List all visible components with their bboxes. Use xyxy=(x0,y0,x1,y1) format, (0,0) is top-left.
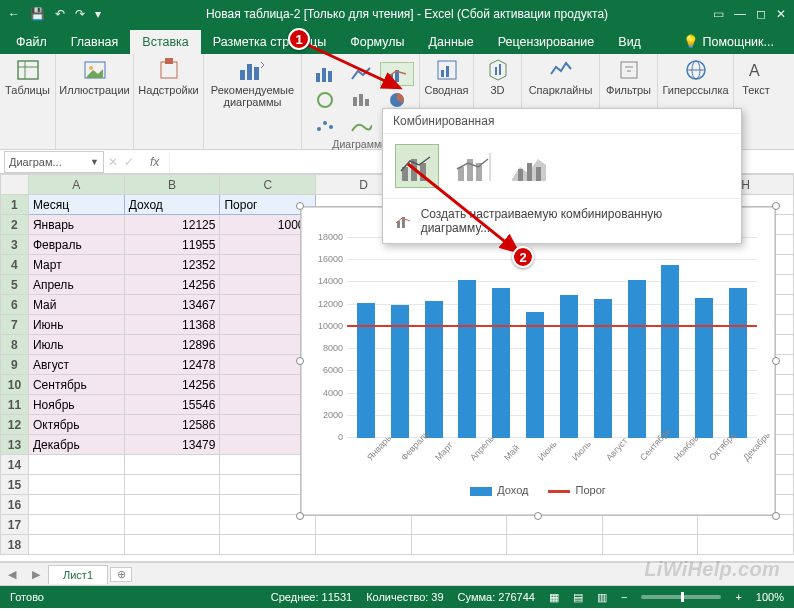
chart-bar[interactable] xyxy=(560,295,578,438)
sheet-tab[interactable]: Лист1 xyxy=(48,565,108,584)
tables-button[interactable]: Таблицы xyxy=(5,58,50,96)
svg-rect-43 xyxy=(518,169,523,181)
cell: 11955 xyxy=(124,235,220,255)
view-normal-icon[interactable]: ▦ xyxy=(549,591,559,604)
svg-rect-11 xyxy=(322,68,326,82)
combo-option-1[interactable] xyxy=(395,144,439,188)
sheet-nav-next[interactable]: ▶ xyxy=(24,568,48,581)
svg-rect-45 xyxy=(536,167,541,181)
zoom-out-icon[interactable]: − xyxy=(621,591,627,603)
cell: Июль xyxy=(28,335,124,355)
svg-rect-28 xyxy=(499,64,501,75)
chart-surface-icon[interactable] xyxy=(344,114,378,138)
chart-combo-icon[interactable] xyxy=(380,62,414,86)
fx-label[interactable]: fx xyxy=(140,155,169,169)
chart-bar[interactable] xyxy=(729,288,747,438)
filters-button[interactable]: Фильтры xyxy=(606,58,651,96)
cell: 13479 xyxy=(124,435,220,455)
resize-handle[interactable] xyxy=(772,202,780,210)
chart-column-icon[interactable] xyxy=(308,62,342,86)
watermark: LiWiHelp.com xyxy=(644,558,780,581)
combo-option-2[interactable] xyxy=(451,144,495,188)
hyperlink-button[interactable]: Гиперссылка xyxy=(662,58,728,96)
annotation-1: 1 xyxy=(288,28,310,50)
tab-insert[interactable]: Вставка xyxy=(130,30,200,54)
chart-line-icon[interactable] xyxy=(344,62,378,86)
chart-bar[interactable] xyxy=(425,301,443,438)
zoom-in-icon[interactable]: + xyxy=(735,591,741,603)
maximize-icon[interactable]: ◻ xyxy=(754,5,768,23)
name-box[interactable]: Диаграм...▼ xyxy=(4,151,104,173)
pivot-chart-button[interactable]: Сводная xyxy=(424,58,468,96)
cell: Февраль xyxy=(28,235,124,255)
tab-home[interactable]: Главная xyxy=(59,30,131,54)
tab-file[interactable]: Файл xyxy=(4,30,59,54)
resize-handle[interactable] xyxy=(772,512,780,520)
col-header[interactable]: A xyxy=(28,175,124,195)
ribbon-opts-icon[interactable]: ▭ xyxy=(711,5,726,23)
chart-bar[interactable] xyxy=(526,312,544,438)
svg-rect-27 xyxy=(495,67,497,75)
embedded-chart[interactable]: Название диаграммы 020004000600080001000… xyxy=(300,206,776,516)
back-icon[interactable]: ← xyxy=(6,5,22,23)
cell: 12896 xyxy=(124,335,220,355)
status-ready: Готово xyxy=(10,591,44,603)
close-icon[interactable]: ✕ xyxy=(774,5,788,23)
create-custom-combo-link[interactable]: Создать настраиваемую комбинированную ди… xyxy=(383,198,741,243)
cell: 12352 xyxy=(124,255,220,275)
tab-data[interactable]: Данные xyxy=(417,30,486,54)
addins-button[interactable]: Надстройки xyxy=(138,58,198,96)
text-button[interactable]: AТекст xyxy=(741,58,771,96)
combo-option-3[interactable] xyxy=(507,144,551,188)
tab-review[interactable]: Рецензирование xyxy=(486,30,607,54)
resize-handle[interactable] xyxy=(772,357,780,365)
illustrations-button[interactable]: Иллюстрации xyxy=(59,58,129,96)
chart-bar[interactable] xyxy=(628,280,646,438)
tab-help[interactable]: 💡 Помощник... xyxy=(671,29,786,54)
cell: Январь xyxy=(28,215,124,235)
chart-scatter-icon[interactable] xyxy=(308,114,342,138)
view-pagebreak-icon[interactable]: ▥ xyxy=(597,591,607,604)
resize-handle[interactable] xyxy=(296,512,304,520)
chart-plot-area[interactable]: 0200040006000800010000120001400016000180… xyxy=(347,238,757,438)
chart-bar[interactable] xyxy=(492,288,510,438)
tab-view[interactable]: Вид xyxy=(606,30,653,54)
svg-point-4 xyxy=(89,66,93,70)
undo-icon[interactable]: ↶ xyxy=(53,5,67,23)
cell: Май xyxy=(28,295,124,315)
chart-statistic-icon[interactable] xyxy=(344,88,378,112)
qat-more-icon[interactable]: ▾ xyxy=(93,5,103,23)
chart-legend: Доход Порог xyxy=(301,484,775,496)
3d-map-button[interactable]: 3D xyxy=(483,58,513,96)
col-header[interactable]: C xyxy=(220,175,316,195)
annotation-2: 2 xyxy=(512,246,534,268)
title-bar: ← 💾 ↶ ↷ ▾ Новая таблица-2 [Только для чт… xyxy=(0,0,794,28)
resize-handle[interactable] xyxy=(534,512,542,520)
chart-bar[interactable] xyxy=(458,280,476,438)
recommended-charts-button[interactable]: Рекомендуемые диаграммы xyxy=(211,58,294,108)
tab-layout[interactable]: Разметка страницы xyxy=(201,30,338,54)
tab-formulas[interactable]: Формулы xyxy=(338,30,416,54)
zoom-level[interactable]: 100% xyxy=(756,591,784,603)
resize-handle[interactable] xyxy=(296,357,304,365)
chart-bar[interactable] xyxy=(661,265,679,438)
sparklines-button[interactable]: Спарклайны xyxy=(529,58,593,96)
minimize-icon[interactable]: — xyxy=(732,5,748,23)
add-sheet-button[interactable]: ⊕ xyxy=(110,567,132,582)
chart-bar[interactable] xyxy=(594,299,612,438)
zoom-slider[interactable] xyxy=(641,595,721,599)
chart-hierarchy-icon[interactable] xyxy=(308,88,342,112)
resize-handle[interactable] xyxy=(296,202,304,210)
save-icon[interactable]: 💾 xyxy=(28,5,47,23)
sheet-nav-prev[interactable]: ◀ xyxy=(0,568,24,581)
redo-icon[interactable]: ↷ xyxy=(73,5,87,23)
view-layout-icon[interactable]: ▤ xyxy=(573,591,583,604)
col-header[interactable]: B xyxy=(124,175,220,195)
chart-bar[interactable] xyxy=(695,298,713,438)
svg-rect-16 xyxy=(353,97,357,106)
chart-bar[interactable] xyxy=(357,303,375,438)
select-all-corner[interactable] xyxy=(1,175,29,195)
status-bar: Готово Среднее: 11531 Количество: 39 Сум… xyxy=(0,586,794,608)
chevron-down-icon[interactable]: ▼ xyxy=(90,157,99,167)
cell: 12478 xyxy=(124,355,220,375)
